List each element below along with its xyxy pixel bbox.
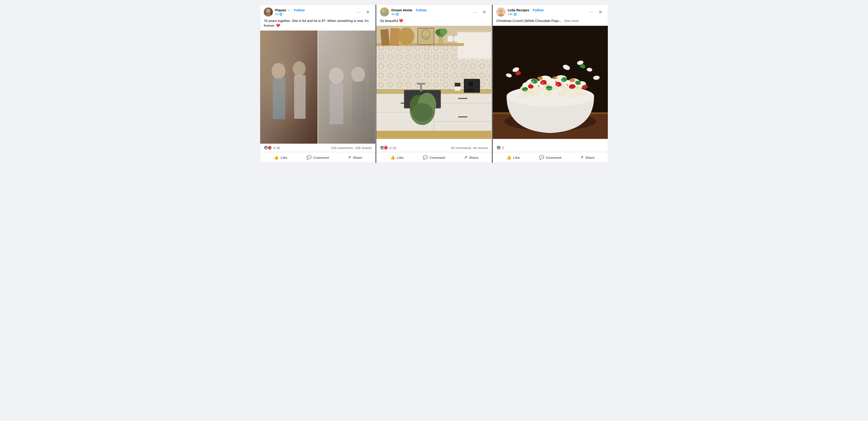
svg-point-10 <box>329 67 344 84</box>
post-leila-recipes: Leila Recipes · Follow 14h 🌐 ··· ✕ Chris… <box>492 4 608 163</box>
reaction-icons-dream: 👍 ❤️ <box>380 145 388 150</box>
post-actions-dream: 👍 Like 💬 Comment ↗ Share <box>376 152 491 163</box>
svg-point-64 <box>499 9 503 13</box>
piques-image-right <box>318 31 375 144</box>
author-name-leila: Leila Recipes <box>508 8 529 12</box>
share-icon-piques: ↗ <box>348 155 351 160</box>
reaction-count-leila[interactable]: 3 <box>502 146 504 150</box>
svg-point-55 <box>412 103 433 121</box>
piques-collage <box>260 31 375 144</box>
avatar-image-dream <box>380 7 389 17</box>
svg-rect-59 <box>467 89 474 91</box>
close-button-dream[interactable]: ✕ <box>480 9 488 15</box>
globe-icon-leila: 🌐 <box>513 13 517 16</box>
follow-link-piques[interactable]: Follow <box>294 8 305 12</box>
svg-rect-9 <box>318 31 375 144</box>
svg-rect-51 <box>417 83 426 85</box>
more-button-dream[interactable]: ··· <box>471 9 479 15</box>
like-reaction-icon-leila: 👍 <box>496 145 501 150</box>
reactions-right-dream: 50 comments 94 shares <box>451 146 488 150</box>
svg-point-0 <box>266 9 270 13</box>
svg-text:m: m <box>557 84 558 86</box>
svg-text:m: m <box>532 81 534 83</box>
like-label-leila: Like <box>513 156 520 160</box>
post-time-line-piques: 4d 🌐 <box>275 12 355 16</box>
comments-count-dream[interactable]: 50 comments <box>451 146 471 150</box>
post-time-piques: 4d <box>275 12 278 16</box>
shares-count-piques[interactable]: 158 shares <box>355 146 372 150</box>
post-text-dream: So beautiful ❤️ <box>376 18 491 26</box>
dot-sep-piques: · <box>291 8 292 12</box>
reaction-icons-piques: 👍 ❤️ <box>264 145 272 150</box>
shares-count-dream[interactable]: 94 shares <box>473 146 488 150</box>
post-time-line-dream: 4d 🌐 <box>391 12 471 16</box>
share-label-piques: Share <box>353 156 362 160</box>
comment-label-leila: Comment <box>546 156 561 160</box>
dot-sep-dream: · <box>414 8 414 12</box>
comment-button-leila[interactable]: 💬 Comment <box>532 153 569 162</box>
comments-count-piques[interactable]: 135 comments <box>331 146 353 150</box>
author-name-piques: Piques <box>275 8 286 12</box>
svg-rect-16 <box>382 10 384 12</box>
share-label-leila: Share <box>585 156 595 160</box>
author-line-dream: Dream Home · Follow <box>391 8 471 12</box>
svg-rect-47 <box>458 116 467 117</box>
svg-rect-62 <box>376 131 491 139</box>
svg-rect-46 <box>458 98 467 99</box>
piques-image-left <box>260 31 318 144</box>
author-name-dream: Dream Home <box>391 8 412 12</box>
close-button-piques[interactable]: ✕ <box>364 9 372 15</box>
svg-rect-11 <box>329 83 343 124</box>
post-dream-home: Dream Home · Follow 4d 🌐 ··· ✕ So beauti… <box>375 4 492 163</box>
comment-button-dream[interactable]: 💬 Comment <box>415 153 453 162</box>
post-text-piques: 76 years together. She is 94 and he is 9… <box>260 18 375 31</box>
follow-link-leila[interactable]: Follow <box>533 8 544 12</box>
close-button-leila[interactable]: ✕ <box>597 9 604 15</box>
post-meta-piques: Piques ✓ · Follow 4d 🌐 <box>275 8 355 16</box>
globe-icon-dream: 🌐 <box>396 13 399 16</box>
like-button-dream[interactable]: 👍 Like <box>378 153 415 162</box>
comment-button-piques[interactable]: 💬 Comment <box>299 153 336 162</box>
more-button-piques[interactable]: ··· <box>355 9 363 15</box>
share-button-piques[interactable]: ↗ Share <box>336 153 373 162</box>
reactions-left-dream: 👍 ❤️ 4.1K <box>380 145 397 150</box>
like-button-piques[interactable]: 👍 Like <box>262 153 299 162</box>
post-time-leila: 14h <box>508 12 513 16</box>
svg-point-77 <box>519 94 527 99</box>
comment-label-dream: Comment <box>430 156 445 160</box>
feed-container: Piques ✓ · Follow 4d 🌐 ··· ✕ 76 years to… <box>260 4 608 163</box>
svg-point-6 <box>293 61 306 76</box>
post-reactions-dream: 👍 ❤️ 4.1K 50 comments 94 shares <box>376 144 491 152</box>
svg-rect-30 <box>419 29 433 43</box>
more-button-leila[interactable]: ··· <box>587 9 595 15</box>
share-label-dream: Share <box>469 156 478 160</box>
reaction-count-piques[interactable]: 6.3K <box>273 146 280 150</box>
like-icon-piques: 👍 <box>274 155 279 160</box>
svg-rect-3 <box>260 31 318 144</box>
post-text-content-leila: Christmas Crunch {White Chocolate Popc..… <box>496 19 562 23</box>
avatar-piques <box>264 7 273 17</box>
post-reactions-piques: 👍 ❤️ 6.3K 135 comments 158 shares <box>260 144 375 152</box>
svg-rect-37 <box>454 36 459 41</box>
see-more-leila[interactable]: See more <box>564 19 579 23</box>
follow-link-dream[interactable]: Follow <box>416 8 427 12</box>
svg-point-58 <box>468 81 473 87</box>
svg-text:m: m <box>562 79 564 81</box>
header-actions-dream: ··· ✕ <box>471 9 488 15</box>
share-button-leila[interactable]: ↗ Share <box>569 153 606 162</box>
svg-point-4 <box>272 63 285 79</box>
header-actions-leila: ··· ✕ <box>587 9 604 15</box>
share-button-dream[interactable]: ↗ Share <box>453 153 490 162</box>
like-button-leila[interactable]: 👍 Like <box>495 153 532 162</box>
comment-label-piques: Comment <box>313 156 329 160</box>
svg-rect-5 <box>273 78 285 119</box>
post-header-piques: Piques ✓ · Follow 4d 🌐 ··· ✕ <box>260 5 375 18</box>
post-actions-piques: 👍 Like 💬 Comment ↗ Share <box>260 152 375 163</box>
like-label-piques: Like <box>281 156 287 160</box>
like-label-dream: Like <box>397 156 404 160</box>
header-actions-piques: ··· ✕ <box>355 9 372 15</box>
post-time-line-leila: 14h 🌐 <box>508 12 588 16</box>
post-piques: Piques ✓ · Follow 4d 🌐 ··· ✕ 76 years to… <box>260 4 375 163</box>
reaction-count-dream[interactable]: 4.1K <box>390 146 397 150</box>
comment-icon-piques: 💬 <box>307 155 311 160</box>
